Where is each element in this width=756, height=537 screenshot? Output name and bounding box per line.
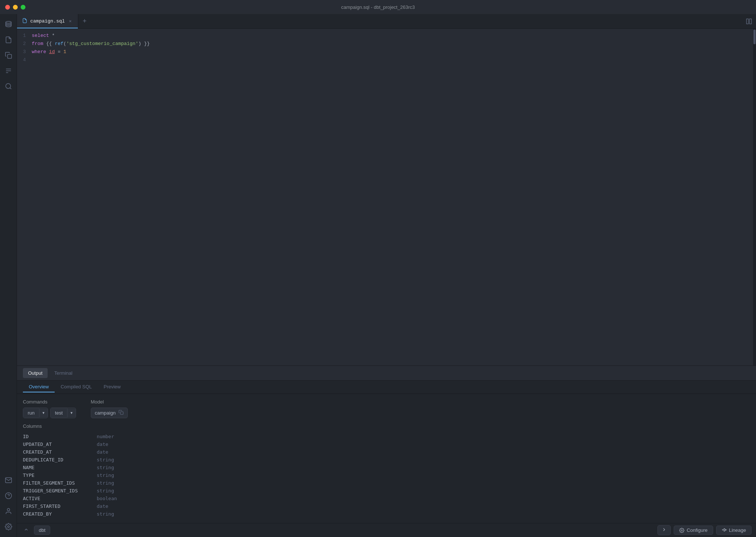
- tab-bar-layout-icon[interactable]: [746, 14, 756, 28]
- run-arrow-button[interactable]: [657, 525, 671, 535]
- svg-rect-14: [725, 529, 726, 530]
- line-number-2: 2: [17, 40, 32, 48]
- svg-point-2: [6, 84, 10, 89]
- panel-tabs: Output Terminal: [17, 366, 756, 381]
- svg-rect-1: [7, 55, 11, 59]
- model-label: Model: [91, 399, 128, 405]
- lineage-label: Lineage: [729, 527, 746, 533]
- columns-title: Columns: [23, 423, 750, 429]
- column-type: string: [97, 472, 114, 478]
- sidebar-item-file[interactable]: [2, 33, 15, 46]
- code-editor[interactable]: 1 select * 2 from {{ ref('stg_customerio…: [17, 29, 753, 365]
- sub-tabs: Overview Compiled SQL Preview: [17, 381, 756, 394]
- tab-file-icon: [22, 18, 27, 25]
- sidebar-item-doc[interactable]: [2, 64, 15, 77]
- editor-scrollbar[interactable]: [753, 29, 756, 365]
- column-row: TYPEstring: [23, 471, 750, 479]
- column-row: CREATED_BYstring: [23, 510, 750, 518]
- column-row: FIRST_STARTEDdate: [23, 502, 750, 510]
- svg-rect-7: [746, 19, 748, 24]
- svg-rect-9: [120, 412, 123, 415]
- column-name: FILTER_SEGMENT_IDS: [23, 480, 97, 486]
- column-name: TYPE: [23, 472, 97, 478]
- column-row: TRIGGER_SEGMENT_IDSstring: [23, 487, 750, 495]
- minimize-button[interactable]: [13, 5, 18, 10]
- column-row: FILTER_SEGMENT_IDSstring: [23, 479, 750, 487]
- run-button-group: run ▾: [23, 408, 48, 418]
- column-name: DEDUPLICATE_ID: [23, 457, 97, 462]
- code-line-2: 2 from {{ ref('stg_customerio_campaign')…: [17, 40, 753, 48]
- columns-section: Columns IDnumberUPDATED_ATdateCREATED_AT…: [23, 423, 750, 518]
- model-input: campaign: [91, 408, 128, 418]
- sidebar-item-settings[interactable]: [2, 520, 15, 533]
- sidebar-item-user[interactable]: [2, 505, 15, 518]
- sidebar-item-database[interactable]: [2, 18, 15, 31]
- dbt-label-button[interactable]: dbt: [34, 526, 50, 535]
- code-line-4: 4: [17, 56, 753, 64]
- run-dropdown-arrow[interactable]: ▾: [39, 408, 48, 418]
- svg-rect-12: [724, 529, 725, 529]
- maximize-button[interactable]: [21, 5, 25, 10]
- svg-rect-13: [724, 530, 725, 531]
- code-content-3: where id = 1: [32, 48, 66, 56]
- close-button[interactable]: [5, 5, 10, 10]
- column-type: string: [97, 465, 114, 470]
- sidebar-item-email[interactable]: [2, 474, 15, 487]
- sub-tab-overview[interactable]: Overview: [23, 382, 55, 392]
- svg-rect-11: [722, 529, 723, 530]
- svg-rect-8: [750, 19, 752, 24]
- svg-point-10: [681, 530, 683, 531]
- test-button-group: test ▾: [50, 408, 76, 418]
- code-line-3: 3 where id = 1: [17, 48, 753, 56]
- column-name: TRIGGER_SEGMENT_IDS: [23, 488, 97, 493]
- line-number-3: 3: [17, 48, 32, 56]
- configure-button[interactable]: Configure: [674, 526, 713, 535]
- column-type: date: [97, 449, 108, 455]
- column-type: date: [97, 441, 108, 447]
- column-name: ID: [23, 434, 97, 439]
- column-name: NAME: [23, 465, 97, 470]
- sidebar-item-copy[interactable]: [2, 49, 15, 62]
- svg-point-0: [6, 21, 11, 23]
- svg-point-6: [7, 526, 9, 528]
- code-line-1: 1 select *: [17, 32, 753, 40]
- lineage-button[interactable]: Lineage: [716, 526, 752, 535]
- svg-line-16: [725, 529, 725, 530]
- titlebar: campaign.sql - dbt_project_263rc3: [0, 0, 756, 14]
- column-type: boolean: [97, 496, 117, 501]
- sub-tab-compiled-sql[interactable]: Compiled SQL: [55, 382, 98, 392]
- column-row: IDnumber: [23, 433, 750, 440]
- line-number-1: 1: [17, 32, 32, 40]
- svg-point-5: [7, 509, 10, 511]
- columns-list: IDnumberUPDATED_ATdateCREATED_ATdateDEDU…: [23, 433, 750, 518]
- tab-add-button[interactable]: +: [78, 14, 91, 28]
- main-layout: campaign.sql ✕ + 1 select *: [0, 14, 756, 537]
- column-name: CREATED_BY: [23, 511, 97, 517]
- column-row: UPDATED_ATdate: [23, 440, 750, 448]
- model-name: campaign: [95, 410, 116, 416]
- panel-tab-terminal[interactable]: Terminal: [49, 368, 78, 378]
- model-group: Model campaign: [91, 399, 128, 418]
- scrollbar-thumb: [753, 30, 756, 44]
- sidebar-item-help[interactable]: [2, 489, 15, 502]
- column-row: CREATED_ATdate: [23, 448, 750, 456]
- editor-wrapper: 1 select * 2 from {{ ref('stg_customerio…: [17, 29, 756, 365]
- column-row: ACTIVEboolean: [23, 495, 750, 502]
- column-row: DEDUPLICATE_IDstring: [23, 456, 750, 464]
- chevron-up-icon[interactable]: [21, 526, 31, 535]
- tab-bar: campaign.sql ✕ +: [17, 14, 756, 29]
- column-type: number: [97, 434, 114, 439]
- tab-campaign[interactable]: campaign.sql ✕: [17, 14, 78, 28]
- column-type: string: [97, 457, 114, 462]
- copy-model-icon[interactable]: [118, 410, 124, 416]
- panel-tab-output[interactable]: Output: [23, 368, 48, 378]
- sidebar-item-search[interactable]: [2, 80, 15, 93]
- test-button[interactable]: test: [51, 408, 67, 418]
- content-area: campaign.sql ✕ + 1 select *: [17, 14, 756, 537]
- sub-tab-preview[interactable]: Preview: [98, 382, 127, 392]
- run-button[interactable]: run: [23, 408, 39, 418]
- window-title: campaign.sql - dbt_project_263rc3: [341, 4, 415, 10]
- column-name: FIRST_STARTED: [23, 503, 97, 509]
- tab-close-button[interactable]: ✕: [68, 18, 73, 24]
- test-dropdown-arrow[interactable]: ▾: [67, 408, 76, 418]
